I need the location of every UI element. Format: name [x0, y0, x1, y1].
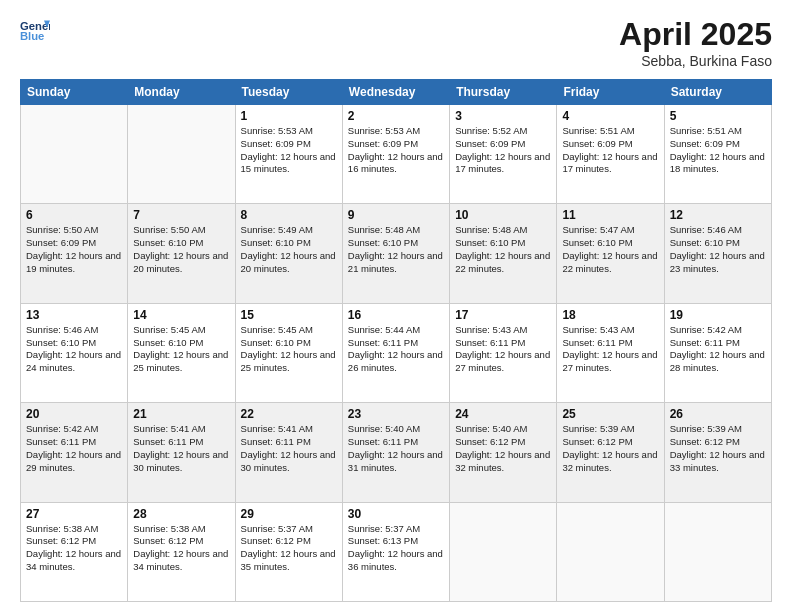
day-info: Sunrise: 5:40 AM Sunset: 6:12 PM Dayligh… — [455, 423, 551, 474]
calendar-day-cell: 29Sunrise: 5:37 AM Sunset: 6:12 PM Dayli… — [235, 502, 342, 601]
day-info: Sunrise: 5:45 AM Sunset: 6:10 PM Dayligh… — [241, 324, 337, 375]
day-info: Sunrise: 5:53 AM Sunset: 6:09 PM Dayligh… — [348, 125, 444, 176]
day-number: 17 — [455, 308, 551, 322]
day-number: 21 — [133, 407, 229, 421]
day-number: 27 — [26, 507, 122, 521]
day-number: 9 — [348, 208, 444, 222]
calendar-day-cell: 2Sunrise: 5:53 AM Sunset: 6:09 PM Daylig… — [342, 105, 449, 204]
calendar-day-cell: 9Sunrise: 5:48 AM Sunset: 6:10 PM Daylig… — [342, 204, 449, 303]
day-info: Sunrise: 5:51 AM Sunset: 6:09 PM Dayligh… — [670, 125, 766, 176]
weekday-header-row: SundayMondayTuesdayWednesdayThursdayFrid… — [21, 80, 772, 105]
day-number: 3 — [455, 109, 551, 123]
calendar-day-cell: 20Sunrise: 5:42 AM Sunset: 6:11 PM Dayli… — [21, 403, 128, 502]
day-number: 25 — [562, 407, 658, 421]
calendar-day-cell: 24Sunrise: 5:40 AM Sunset: 6:12 PM Dayli… — [450, 403, 557, 502]
calendar-day-cell: 1Sunrise: 5:53 AM Sunset: 6:09 PM Daylig… — [235, 105, 342, 204]
day-number: 29 — [241, 507, 337, 521]
day-number: 2 — [348, 109, 444, 123]
day-number: 16 — [348, 308, 444, 322]
day-info: Sunrise: 5:38 AM Sunset: 6:12 PM Dayligh… — [26, 523, 122, 574]
calendar-day-cell: 8Sunrise: 5:49 AM Sunset: 6:10 PM Daylig… — [235, 204, 342, 303]
page-subtitle: Sebba, Burkina Faso — [619, 53, 772, 69]
calendar-table: SundayMondayTuesdayWednesdayThursdayFrid… — [20, 79, 772, 602]
calendar-day-cell — [21, 105, 128, 204]
day-info: Sunrise: 5:48 AM Sunset: 6:10 PM Dayligh… — [348, 224, 444, 275]
day-number: 23 — [348, 407, 444, 421]
weekday-header-wednesday: Wednesday — [342, 80, 449, 105]
day-number: 20 — [26, 407, 122, 421]
weekday-header-monday: Monday — [128, 80, 235, 105]
day-number: 14 — [133, 308, 229, 322]
calendar-day-cell: 14Sunrise: 5:45 AM Sunset: 6:10 PM Dayli… — [128, 303, 235, 402]
day-number: 5 — [670, 109, 766, 123]
day-number: 26 — [670, 407, 766, 421]
day-info: Sunrise: 5:42 AM Sunset: 6:11 PM Dayligh… — [26, 423, 122, 474]
calendar-day-cell: 30Sunrise: 5:37 AM Sunset: 6:13 PM Dayli… — [342, 502, 449, 601]
calendar-day-cell: 6Sunrise: 5:50 AM Sunset: 6:09 PM Daylig… — [21, 204, 128, 303]
calendar-day-cell: 5Sunrise: 5:51 AM Sunset: 6:09 PM Daylig… — [664, 105, 771, 204]
day-number: 18 — [562, 308, 658, 322]
calendar-week-row: 6Sunrise: 5:50 AM Sunset: 6:09 PM Daylig… — [21, 204, 772, 303]
day-info: Sunrise: 5:41 AM Sunset: 6:11 PM Dayligh… — [133, 423, 229, 474]
day-info: Sunrise: 5:50 AM Sunset: 6:10 PM Dayligh… — [133, 224, 229, 275]
calendar-week-row: 13Sunrise: 5:46 AM Sunset: 6:10 PM Dayli… — [21, 303, 772, 402]
calendar-day-cell: 22Sunrise: 5:41 AM Sunset: 6:11 PM Dayli… — [235, 403, 342, 502]
day-number: 13 — [26, 308, 122, 322]
day-info: Sunrise: 5:44 AM Sunset: 6:11 PM Dayligh… — [348, 324, 444, 375]
day-info: Sunrise: 5:37 AM Sunset: 6:12 PM Dayligh… — [241, 523, 337, 574]
calendar-day-cell: 3Sunrise: 5:52 AM Sunset: 6:09 PM Daylig… — [450, 105, 557, 204]
calendar-day-cell: 18Sunrise: 5:43 AM Sunset: 6:11 PM Dayli… — [557, 303, 664, 402]
day-info: Sunrise: 5:52 AM Sunset: 6:09 PM Dayligh… — [455, 125, 551, 176]
day-info: Sunrise: 5:50 AM Sunset: 6:09 PM Dayligh… — [26, 224, 122, 275]
calendar-day-cell — [450, 502, 557, 601]
day-info: Sunrise: 5:49 AM Sunset: 6:10 PM Dayligh… — [241, 224, 337, 275]
day-number: 10 — [455, 208, 551, 222]
day-info: Sunrise: 5:46 AM Sunset: 6:10 PM Dayligh… — [670, 224, 766, 275]
calendar-day-cell: 23Sunrise: 5:40 AM Sunset: 6:11 PM Dayli… — [342, 403, 449, 502]
day-number: 24 — [455, 407, 551, 421]
day-info: Sunrise: 5:43 AM Sunset: 6:11 PM Dayligh… — [562, 324, 658, 375]
calendar-week-row: 20Sunrise: 5:42 AM Sunset: 6:11 PM Dayli… — [21, 403, 772, 502]
calendar-day-cell — [128, 105, 235, 204]
calendar-day-cell: 21Sunrise: 5:41 AM Sunset: 6:11 PM Dayli… — [128, 403, 235, 502]
day-number: 30 — [348, 507, 444, 521]
day-info: Sunrise: 5:39 AM Sunset: 6:12 PM Dayligh… — [562, 423, 658, 474]
weekday-header-tuesday: Tuesday — [235, 80, 342, 105]
page-title: April 2025 — [619, 16, 772, 53]
day-info: Sunrise: 5:42 AM Sunset: 6:11 PM Dayligh… — [670, 324, 766, 375]
day-number: 8 — [241, 208, 337, 222]
day-info: Sunrise: 5:51 AM Sunset: 6:09 PM Dayligh… — [562, 125, 658, 176]
day-number: 11 — [562, 208, 658, 222]
day-info: Sunrise: 5:45 AM Sunset: 6:10 PM Dayligh… — [133, 324, 229, 375]
day-info: Sunrise: 5:47 AM Sunset: 6:10 PM Dayligh… — [562, 224, 658, 275]
day-info: Sunrise: 5:38 AM Sunset: 6:12 PM Dayligh… — [133, 523, 229, 574]
weekday-header-thursday: Thursday — [450, 80, 557, 105]
calendar-day-cell: 17Sunrise: 5:43 AM Sunset: 6:11 PM Dayli… — [450, 303, 557, 402]
calendar-day-cell: 27Sunrise: 5:38 AM Sunset: 6:12 PM Dayli… — [21, 502, 128, 601]
day-number: 12 — [670, 208, 766, 222]
title-block: April 2025 Sebba, Burkina Faso — [619, 16, 772, 69]
calendar-day-cell: 25Sunrise: 5:39 AM Sunset: 6:12 PM Dayli… — [557, 403, 664, 502]
calendar-day-cell: 26Sunrise: 5:39 AM Sunset: 6:12 PM Dayli… — [664, 403, 771, 502]
calendar-day-cell: 12Sunrise: 5:46 AM Sunset: 6:10 PM Dayli… — [664, 204, 771, 303]
day-number: 28 — [133, 507, 229, 521]
calendar-day-cell: 11Sunrise: 5:47 AM Sunset: 6:10 PM Dayli… — [557, 204, 664, 303]
day-number: 19 — [670, 308, 766, 322]
day-number: 15 — [241, 308, 337, 322]
day-number: 7 — [133, 208, 229, 222]
weekday-header-saturday: Saturday — [664, 80, 771, 105]
calendar-day-cell: 15Sunrise: 5:45 AM Sunset: 6:10 PM Dayli… — [235, 303, 342, 402]
day-info: Sunrise: 5:40 AM Sunset: 6:11 PM Dayligh… — [348, 423, 444, 474]
logo: General Blue — [20, 16, 52, 46]
calendar-day-cell: 7Sunrise: 5:50 AM Sunset: 6:10 PM Daylig… — [128, 204, 235, 303]
calendar-day-cell — [557, 502, 664, 601]
calendar-day-cell — [664, 502, 771, 601]
calendar-week-row: 1Sunrise: 5:53 AM Sunset: 6:09 PM Daylig… — [21, 105, 772, 204]
svg-text:Blue: Blue — [20, 30, 44, 42]
calendar-day-cell: 4Sunrise: 5:51 AM Sunset: 6:09 PM Daylig… — [557, 105, 664, 204]
day-info: Sunrise: 5:53 AM Sunset: 6:09 PM Dayligh… — [241, 125, 337, 176]
day-number: 22 — [241, 407, 337, 421]
calendar-day-cell: 13Sunrise: 5:46 AM Sunset: 6:10 PM Dayli… — [21, 303, 128, 402]
day-info: Sunrise: 5:43 AM Sunset: 6:11 PM Dayligh… — [455, 324, 551, 375]
weekday-header-friday: Friday — [557, 80, 664, 105]
